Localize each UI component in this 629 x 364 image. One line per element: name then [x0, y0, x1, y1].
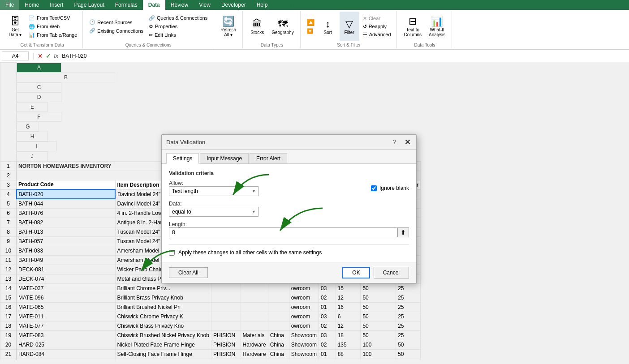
row-number: 1	[0, 161, 17, 171]
text-to-columns-button[interactable]: ⊟ Text toColumns	[401, 12, 424, 41]
tab-page-layout[interactable]: Page Layout	[69, 0, 109, 10]
ribbon: File Home Insert Page Layout Formulas Da…	[0, 0, 629, 50]
row-number: 3	[0, 180, 17, 189]
ignore-blank-checkbox[interactable]	[371, 185, 377, 191]
length-range-button[interactable]: ⬆	[397, 227, 409, 237]
text-to-columns-label: Text toColumns	[404, 27, 422, 37]
geography-button[interactable]: 🗺 Geography	[269, 12, 296, 41]
col-header-g[interactable]: G	[17, 122, 39, 132]
col-header-d[interactable]: D	[17, 92, 61, 102]
advanced-button[interactable]: ☰ Advanced	[361, 31, 393, 39]
recent-sources-button[interactable]: 🕐 Recent Sources	[87, 18, 145, 26]
from-table-icon: 📊	[29, 32, 35, 38]
tab-review[interactable]: Review	[165, 0, 194, 10]
tab-view[interactable]: View	[194, 0, 216, 10]
data-row: Data: between not between equal to not e…	[169, 201, 409, 217]
what-if-analysis-label: What-IfAnalysis	[429, 27, 445, 37]
length-row: Length: ⬆	[169, 221, 409, 237]
group-refresh: 🔄 RefreshAll ▾	[214, 11, 243, 48]
what-if-analysis-button[interactable]: 📊 What-IfAnalysis	[426, 12, 448, 41]
tab-developer[interactable]: Developer	[216, 0, 251, 10]
sort-icon: ↕️	[325, 18, 330, 30]
dialog-tab-settings[interactable]: Settings	[166, 153, 199, 164]
dialog-tab-error-alert[interactable]: Error Alert	[250, 153, 287, 163]
cell-reference-input[interactable]: A4	[2, 51, 29, 60]
stocks-button[interactable]: 🏛 Stocks	[247, 12, 267, 41]
col-header-e[interactable]: E	[17, 102, 48, 112]
insert-function-icon[interactable]: fx	[54, 52, 58, 60]
col-header-j[interactable]: J	[17, 151, 48, 161]
dialog-close-button[interactable]: ✕	[403, 137, 412, 146]
length-input[interactable]	[169, 227, 397, 237]
geography-icon: 🗺	[278, 18, 288, 30]
col-header-h[interactable]: H	[17, 132, 48, 141]
cancel-formula-icon[interactable]: ✕	[38, 52, 43, 60]
existing-connections-button[interactable]: 🔗 Existing Connections	[87, 27, 145, 34]
tab-insert[interactable]: Insert	[44, 0, 69, 10]
table-row: 21 HARD-084 Self-Closing Face Frame Hing…	[0, 349, 421, 359]
refresh-all-button[interactable]: 🔄 RefreshAll ▾	[218, 12, 239, 41]
row-number: 2	[0, 171, 17, 180]
formula-divider: |	[32, 52, 34, 60]
properties-icon: ⚙	[149, 24, 153, 30]
reapply-button[interactable]: ↺ Reapply	[361, 23, 393, 30]
col-header-a[interactable]: A	[17, 63, 61, 73]
sort-button[interactable]: ↕️ Sort	[318, 12, 338, 41]
edit-links-label: Edit Links	[155, 32, 176, 38]
from-table-button[interactable]: 📊 From Table/Range	[27, 31, 79, 39]
queries-connections-icon: 🔗	[149, 15, 155, 21]
recent-sources-icon: 🕐	[89, 19, 95, 25]
clear-all-button[interactable]: Clear All	[169, 267, 208, 278]
col-header-i[interactable]: I	[17, 141, 57, 151]
col-header-c[interactable]: C	[17, 82, 61, 92]
table-row: 14 MATE-037 Brilliant Chrome Priv... owr…	[0, 283, 421, 293]
from-web-icon: 🌐	[29, 24, 35, 30]
tab-data[interactable]: Data	[143, 0, 165, 10]
queries-connections-button[interactable]: 🔗 Queries & Connections	[147, 14, 209, 22]
formula-input[interactable]	[60, 52, 627, 60]
confirm-formula-icon[interactable]: ✓	[46, 52, 51, 60]
queries-connections-label: Queries & Connections	[157, 15, 207, 21]
sort-az-icon: 🔼	[307, 19, 314, 26]
queries-label: Queries & Connections	[125, 43, 172, 47]
col-header-b[interactable]: B	[17, 73, 115, 82]
get-data-button[interactable]: 🗄 GetData ▾	[5, 12, 25, 41]
formula-bar: A4 | ✕ ✓ fx	[0, 50, 629, 62]
group-data-tools: ⊟ Text toColumns 📊 What-IfAnalysis Data …	[398, 11, 452, 48]
apply-changes-checkbox[interactable]	[169, 250, 175, 256]
table-row: 16 MATE-065 Brilliant Brushed Nickel Pri…	[0, 302, 421, 312]
clear-label: Clear	[369, 16, 380, 21]
data-select[interactable]: between not between equal to not equal t…	[169, 207, 258, 217]
col-header-f[interactable]: F	[17, 112, 61, 122]
cancel-button[interactable]: Cancel	[374, 267, 409, 278]
sort-za-button[interactable]: 🔽	[305, 27, 316, 35]
tab-help[interactable]: Help	[251, 0, 273, 10]
from-text-csv-button[interactable]: 📄 From Text/CSV	[27, 14, 79, 22]
stocks-label: Stocks	[250, 30, 264, 35]
filter-button[interactable]: ▽ Filter	[340, 12, 359, 41]
sort-label: Sort	[323, 30, 332, 35]
tab-home[interactable]: Home	[19, 0, 44, 10]
dialog-tab-input-message[interactable]: Input Message	[200, 153, 249, 163]
tab-file[interactable]: File	[0, 0, 19, 10]
tab-formulas[interactable]: Formulas	[110, 0, 143, 10]
ignore-blank-label: Ignore blank	[379, 185, 409, 191]
allow-select[interactable]: Any value Whole number Decimal List Date…	[169, 186, 258, 196]
reapply-label: Reapply	[369, 24, 387, 29]
properties-button[interactable]: ⚙ Properties	[147, 23, 209, 30]
dialog-body: Validation criteria Allow: Any value Who…	[162, 164, 416, 262]
ok-button[interactable]: OK	[342, 267, 370, 278]
edit-links-button[interactable]: ✏ Edit Links	[147, 31, 209, 39]
group-sort-filter: 🔼 🔽 ↕️ Sort ▽ Filter ✕ C	[302, 11, 397, 48]
data-validation-dialog: Data Validation ? ✕ Settings Input Messa…	[161, 134, 417, 283]
text-to-columns-icon: ⊟	[409, 16, 417, 27]
dialog-help-button[interactable]: ?	[390, 137, 399, 146]
clear-button[interactable]: ✕ Clear	[361, 15, 393, 22]
from-web-button[interactable]: 🌐 From Web	[27, 23, 79, 30]
sort-az-button[interactable]: 🔼	[305, 18, 316, 27]
tab-table-design[interactable]: Table Design	[273, 0, 314, 10]
what-if-analysis-icon: 📊	[431, 16, 443, 27]
data-types-label: Data Types	[261, 43, 283, 47]
stocks-icon: 🏛	[252, 18, 262, 30]
cell-a4[interactable]: BATH-020	[17, 189, 116, 199]
